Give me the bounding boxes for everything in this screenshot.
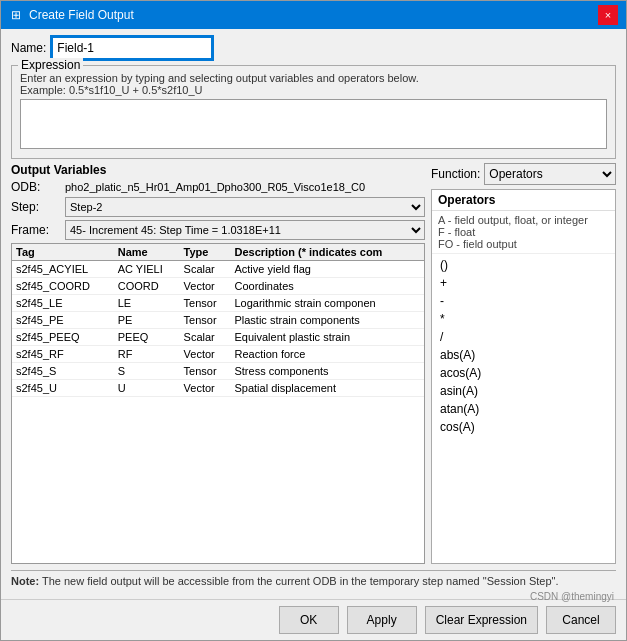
operator-item[interactable]: * xyxy=(432,310,615,328)
function-select[interactable]: Operators Math Other xyxy=(484,163,616,185)
table-row[interactable]: s2f45_ACYIELAC YIELIScalarActive yield f… xyxy=(12,261,424,278)
dialog-title: Create Field Output xyxy=(29,8,134,22)
step-label: Step: xyxy=(11,200,61,214)
col-name: Name xyxy=(114,244,180,261)
operator-item[interactable]: abs(A) xyxy=(432,346,615,364)
output-variables-panel: Output Variables ODB: pho2_platic_n5_Hr0… xyxy=(11,163,425,564)
step-select[interactable]: Step-2 xyxy=(65,197,425,217)
table-cell: Plastic strain components xyxy=(230,312,424,329)
odb-label: ODB: xyxy=(11,180,61,194)
variables-table-container: Tag Name Type Description (* indicates c… xyxy=(11,243,425,564)
table-cell: COORD xyxy=(114,278,180,295)
table-cell: Logarithmic strain componen xyxy=(230,295,424,312)
table-cell: s2f45_S xyxy=(12,363,114,380)
operator-item[interactable]: acos(A) xyxy=(432,364,615,382)
table-row[interactable]: s2f45_LELETensorLogarithmic strain compo… xyxy=(12,295,424,312)
note-bold-label: Note: xyxy=(11,575,39,587)
table-cell: Reaction force xyxy=(230,346,424,363)
name-input[interactable] xyxy=(52,37,212,59)
table-row[interactable]: s2f45_UUVectorSpatial displacement xyxy=(12,380,424,397)
table-row[interactable]: s2f45_RFRFVectorReaction force xyxy=(12,346,424,363)
title-bar: ⊞ Create Field Output × xyxy=(1,1,626,29)
output-variables-title: Output Variables xyxy=(11,163,425,177)
operators-title: Operators xyxy=(432,190,615,211)
operators-box: Operators A - field output, float, or in… xyxy=(431,189,616,564)
title-bar-left: ⊞ Create Field Output xyxy=(9,8,134,22)
table-cell: Tensor xyxy=(180,363,231,380)
expression-group-label: Expression xyxy=(18,58,83,72)
operator-item[interactable]: cos(A) xyxy=(432,418,615,436)
note-section: Note: The new field output will be acces… xyxy=(11,570,616,591)
table-cell: Tensor xyxy=(180,295,231,312)
operator-item[interactable]: + xyxy=(432,274,615,292)
legend-a: A - field output, float, or integer xyxy=(438,214,609,226)
expression-input[interactable] xyxy=(20,99,607,149)
table-cell: s2f45_RF xyxy=(12,346,114,363)
operator-item[interactable]: / xyxy=(432,328,615,346)
function-label: Function: xyxy=(431,167,480,181)
example-text: Example: 0.5*s1f10_U + 0.5*s2f10_U xyxy=(20,84,607,96)
table-cell: LE xyxy=(114,295,180,312)
footer: OK Apply Clear Expression Cancel CSDN @t… xyxy=(1,599,626,640)
note-text: The new field output will be accessible … xyxy=(42,575,559,587)
frame-label: Frame: xyxy=(11,223,61,237)
odb-value: pho2_platic_n5_Hr01_Amp01_Dpho300_R05_Vi… xyxy=(65,181,425,193)
table-cell: AC YIELI xyxy=(114,261,180,278)
table-cell: Scalar xyxy=(180,329,231,346)
clear-expression-button[interactable]: Clear Expression xyxy=(425,606,538,634)
table-header: Tag Name Type Description (* indicates c… xyxy=(12,244,424,261)
operator-item[interactable]: atan(A) xyxy=(432,400,615,418)
table-cell: s2f45_PE xyxy=(12,312,114,329)
table-row[interactable]: s2f45_COORDCOORDVectorCoordinates xyxy=(12,278,424,295)
legend-f: F - float xyxy=(438,226,609,238)
create-field-output-dialog: ⊞ Create Field Output × Name: Expression… xyxy=(0,0,627,641)
operators-legend: A - field output, float, or integer F - … xyxy=(432,211,615,254)
frame-row: Frame: 45- Increment 45: Step Time = 1.0… xyxy=(11,220,425,240)
table-cell: s2f45_U xyxy=(12,380,114,397)
table-cell: Tensor xyxy=(180,312,231,329)
col-desc: Description (* indicates com xyxy=(230,244,424,261)
table-cell: Coordinates xyxy=(230,278,424,295)
apply-button[interactable]: Apply xyxy=(347,606,417,634)
table-row[interactable]: s2f45_SSTensorStress components xyxy=(12,363,424,380)
table-cell: Stress components xyxy=(230,363,424,380)
name-row: Name: xyxy=(11,37,616,59)
operator-item[interactable]: () xyxy=(432,256,615,274)
table-cell: s2f45_COORD xyxy=(12,278,114,295)
function-row: Function: Operators Math Other xyxy=(431,163,616,185)
ok-button[interactable]: OK xyxy=(279,606,339,634)
table-cell: RF xyxy=(114,346,180,363)
variables-table: Tag Name Type Description (* indicates c… xyxy=(12,244,424,397)
col-type: Type xyxy=(180,244,231,261)
table-cell: PEEQ xyxy=(114,329,180,346)
table-cell: PE xyxy=(114,312,180,329)
table-cell: Equivalent plastic strain xyxy=(230,329,424,346)
expression-hint: Enter an expression by typing and select… xyxy=(20,72,607,84)
odb-row: ODB: pho2_platic_n5_Hr01_Amp01_Dpho300_R… xyxy=(11,180,425,194)
expression-group: Expression Enter an expression by typing… xyxy=(11,65,616,159)
table-cell: s2f45_PEEQ xyxy=(12,329,114,346)
col-tag: Tag xyxy=(12,244,114,261)
table-cell: Scalar xyxy=(180,261,231,278)
operator-item[interactable]: - xyxy=(432,292,615,310)
legend-fo: FO - field output xyxy=(438,238,609,250)
close-button[interactable]: × xyxy=(598,5,618,25)
table-cell: Active yield flag xyxy=(230,261,424,278)
main-area: Output Variables ODB: pho2_platic_n5_Hr0… xyxy=(11,163,616,564)
table-cell: Vector xyxy=(180,380,231,397)
table-cell: s2f45_LE xyxy=(12,295,114,312)
table-body: s2f45_ACYIELAC YIELIScalarActive yield f… xyxy=(12,261,424,397)
table-row[interactable]: s2f45_PEEQPEEQScalarEquivalent plastic s… xyxy=(12,329,424,346)
table-cell: Vector xyxy=(180,346,231,363)
table-cell: S xyxy=(114,363,180,380)
dialog-content: Name: Expression Enter an expression by … xyxy=(1,29,626,599)
frame-select[interactable]: 45- Increment 45: Step Time = 1.0318E+11 xyxy=(65,220,425,240)
table-cell: U xyxy=(114,380,180,397)
step-row: Step: Step-2 xyxy=(11,197,425,217)
cancel-button[interactable]: Cancel xyxy=(546,606,616,634)
right-panel: Function: Operators Math Other Operators… xyxy=(431,163,616,564)
name-label: Name: xyxy=(11,41,46,55)
table-row[interactable]: s2f45_PEPETensorPlastic strain component… xyxy=(12,312,424,329)
operator-item[interactable]: asin(A) xyxy=(432,382,615,400)
table-cell: Vector xyxy=(180,278,231,295)
